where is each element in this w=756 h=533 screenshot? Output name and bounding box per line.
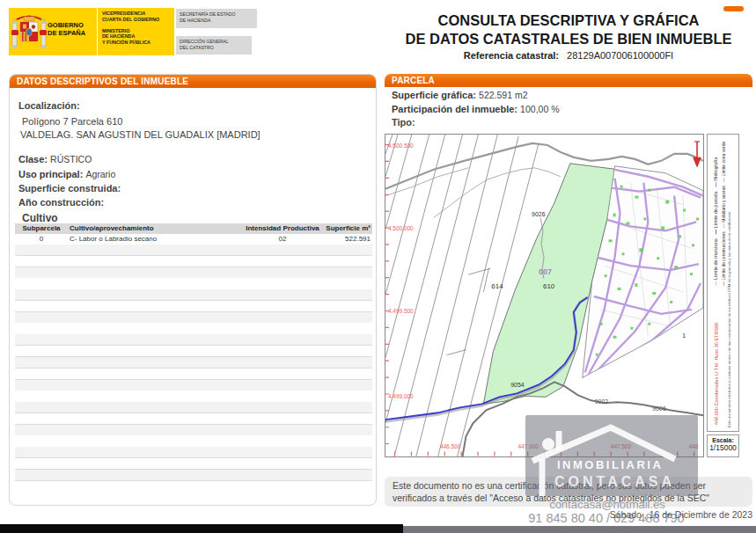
datos-descriptivos-panel: DATOS DESCRIPTIVOS DEL INMUEBLE Localiza… [9,74,377,506]
cadastral-map-area: 9026 007 610 614 9054 9002 9006 1 4.500.… [385,134,754,457]
parcela-header: PARCELA [385,74,752,87]
document-title: CONSULTA DESCRIPTIVA Y GRÁFICA DE DATOS … [385,11,752,48]
spain-coat-of-arms-icon [11,11,47,52]
legend-mobiliario: Mobiliario y aceras [721,186,726,223]
document-date: Sábado , 16 de Diciembre de 2023 [488,509,752,520]
superficie-grafica-label: Superficie gráfica: [392,90,476,100]
map-drawing: 9026 007 610 614 9054 9002 9006 1 4.500.… [385,135,703,456]
cell-superficie: 522.591 [321,234,372,245]
label-9026: 9026 [532,211,546,217]
map-legend: — Límite de manzana — Límite de parcela … [707,134,739,432]
participacion-label: Participación del inmueble: [392,104,517,114]
ministry-block: VICEPRESIDENCIA CUARTA DEL GOBIERNO MINI… [98,8,174,55]
watermark-black-bar [0,524,403,533]
cadastral-reference: Referencia catastral:28129A007006100000F… [385,50,752,61]
direccion-label: DIRECCIÓN GENERAL DEL CATASTRO [176,36,252,55]
legend-utm-coords-text: 448.000 Coordenadas U.T.M. Huso 30 ETRS8… [714,323,719,425]
clase-label: Clase: [18,154,48,164]
uso-value: Agrario [85,169,115,179]
y-label-0: 4.500.500 [388,142,414,149]
col-superficie: Superficie m² [321,223,372,234]
watermark-inmobiliaria: INMOBILIARIA [557,458,663,471]
watermark-gray-bar [403,526,756,533]
y-label-3: 4.499.000 [388,393,414,399]
scale-label: Escala: [708,437,738,443]
superficie-construida-label: Superficie construida: [18,183,121,193]
cadastral-document-page: { "logo": { "gobierno": "GOBIERNO\nDE ES… [0,0,756,533]
legend-note-text: Este documento electrónico contiene anex… [727,211,731,428]
tipo-label: Tipo: [392,117,752,128]
logo-yellow-block: GOBIERNO DE ESPAÑA [9,8,97,55]
clase-row: Clase: RÚSTICO [18,154,92,164]
reference-label: Referencia catastral: [464,50,559,61]
datos-descriptivos-header: DATOS DESCRIPTIVOS DEL INMUEBLE [10,75,376,88]
y-label-1: 4.500.000 [388,225,414,231]
ministerio-label: MINISTERIO DE HACIENDA Y FUNCIÓN PÚBLICA [102,28,174,46]
cell-subparcela: 0 [15,234,68,245]
cultivo-table-header: Subparcela Cultivo/aprovechamiento Inten… [15,223,372,234]
localizacion-line2: VALDELAG. SAN AGUSTIN DEL GUADALIX [MADR… [20,129,261,140]
title-line1: CONSULTA DESCRIPTIVA Y GRÁFICA [385,11,752,30]
watermark-contacasa: CONTACASA [554,474,675,490]
secretaria-direccion-block: SECRETARÍA DE ESTADO DE HACIENDA DIRECCI… [176,8,257,55]
clase-value: RÚSTICO [50,154,92,164]
parcela-info: Superficie gráfica: 522.591 m2 Participa… [392,90,752,131]
cell-intensidad: 02 [244,234,321,245]
scale-box: Escala: 1/15000 [707,434,739,457]
x-label-0: 446.500 [440,443,461,449]
agency-watermark: INMOBILIARIA CONTACASA [525,415,698,496]
label-614: 614 [491,282,503,290]
localizacion-line1: Polígono 7 Parcela 610 [22,116,122,127]
gobierno-espana-label: GOBIERNO DE ESPAÑA [48,21,85,37]
legend-row2: — Límite de construcciones — Mobiliario … [721,142,726,286]
legend-row1: — Límite de manzana — Límite de parcela … [713,157,718,286]
uso-label: Uso principal: [18,169,83,179]
secretaria-label: SECRETARÍA DE ESTADO DE HACIENDA [176,9,257,28]
cadastral-map: 9026 007 610 614 9054 9002 9006 1 4.500.… [385,134,704,457]
corner-orange-dash [723,6,744,11]
scale-value: 1/15000 [708,443,738,452]
vicepresidencia-label: VICEPRESIDENCIA CUARTA DEL GOBIERNO [102,11,174,23]
legend-hidrografia: Hidrografía [713,157,718,181]
label-9054: 9054 [510,382,525,388]
legend-construcciones: Límite de construcciones [721,231,726,280]
y-label-2: 4.499.500 [388,308,414,314]
col-cultivo: Cultivo/aprovechamiento [68,223,244,234]
legend-manzana: Límite de manzana [713,238,718,280]
participacion-row: Participación del inmueble: 100,00 % [392,104,752,114]
title-line2: DE DATOS CATASTRALES DE BIEN INMUEBLE [385,30,752,48]
legend-parcela: Límite de parcela [713,191,718,228]
localizacion-label: Localización: [18,100,80,111]
label-610: 610 [543,282,555,290]
label-1: 1 [682,332,686,339]
superficie-grafica-value: 522.591 m2 [479,90,527,100]
legend-zona-verde: Límite zona verde [721,142,726,177]
government-logo: GOBIERNO DE ESPAÑA VICEPRESIDENCIA CUART… [9,8,257,55]
parcela-panel-header-wrap: PARCELA [385,74,752,87]
col-intensidad: Intensidad Productiva [244,223,321,234]
anio-construccion-label: Año construcción: [18,197,104,208]
reference-value: 28129A007006100000FI [567,50,673,61]
cell-cultivo: C- Labor o Labradio secano [68,234,244,245]
participacion-value: 100,00 % [520,104,559,114]
cultivo-title: Cultivo [22,212,58,224]
label-007: 007 [539,267,552,276]
label-9006: 9006 [652,405,666,412]
uso-row: Uso principal: Agrario [18,169,115,179]
label-9002: 9002 [595,398,609,405]
empty-table-rows [15,245,372,491]
superficie-grafica-row: Superficie gráfica: 522.591 m2 [392,90,752,100]
north-arrow-icon [693,142,701,168]
col-subparcela: Subparcela [15,223,68,234]
cultivo-table: Subparcela Cultivo/aprovechamiento Inten… [15,223,372,245]
